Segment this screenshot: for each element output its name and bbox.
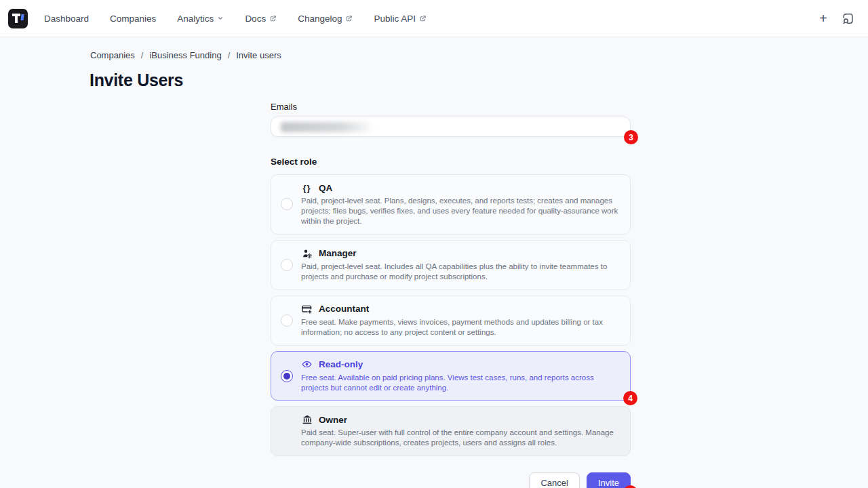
role-content: Manager Paid, project-level seat. Includ… bbox=[301, 248, 620, 282]
invite-button[interactable]: Invite 5 bbox=[587, 472, 631, 488]
nav-item-analytics[interactable]: Analytics bbox=[177, 14, 224, 24]
user-gear-icon bbox=[301, 248, 313, 259]
logo-shape bbox=[21, 14, 24, 20]
breadcrumb: Companies / iBusiness Funding / Invite u… bbox=[90, 50, 281, 60]
page-title: Invite Users bbox=[90, 70, 183, 90]
breadcrumb-separator: / bbox=[228, 50, 231, 60]
nav-item-changelog[interactable]: Changelog bbox=[298, 14, 353, 24]
bank-icon bbox=[301, 414, 313, 425]
invite-form: Emails 3 Select role {} QA Paid, project… bbox=[271, 102, 631, 488]
breadcrumb-company-name[interactable]: iBusiness Funding bbox=[149, 50, 221, 60]
role-option-manager[interactable]: Manager Paid, project-level seat. Includ… bbox=[271, 240, 631, 290]
nav-label: Public API bbox=[374, 14, 416, 24]
annotation-badge: 5 bbox=[623, 485, 637, 488]
role-name: QA bbox=[319, 183, 332, 193]
role-description: Paid, project-level seat. Includes all Q… bbox=[301, 262, 620, 282]
role-content: Read-only Free seat. Available on paid p… bbox=[301, 359, 620, 393]
external-link-icon bbox=[345, 15, 353, 22]
add-icon[interactable]: + bbox=[819, 12, 827, 25]
nav-item-dashboard[interactable]: Dashboard bbox=[44, 14, 89, 24]
credit-card-plus-icon bbox=[301, 304, 313, 314]
role-option-accountant[interactable]: Accountant Free seat. Make payments, vie… bbox=[271, 296, 631, 346]
invite-button-label: Invite bbox=[598, 478, 619, 488]
role-name: Accountant bbox=[319, 304, 369, 314]
breadcrumb-current: Invite users bbox=[236, 50, 281, 60]
role-option-qa[interactable]: {} QA Paid, project-level seat. Plans, d… bbox=[271, 174, 631, 235]
nav-label: Dashboard bbox=[44, 14, 89, 24]
search-document-icon[interactable] bbox=[842, 12, 854, 25]
role-content: Owner Paid seat. Super-user with full co… bbox=[301, 414, 620, 448]
role-content: Accountant Free seat. Make payments, vie… bbox=[301, 304, 620, 338]
role-description: Paid, project-level seat. Plans, designs… bbox=[301, 196, 620, 226]
top-nav: Dashboard Companies Analytics Docs Chang… bbox=[0, 0, 868, 37]
eye-icon bbox=[301, 359, 313, 370]
role-name: Owner bbox=[319, 415, 347, 425]
nav-item-docs[interactable]: Docs bbox=[245, 14, 277, 24]
nav-item-public-api[interactable]: Public API bbox=[374, 14, 427, 24]
role-name: Read-only bbox=[319, 359, 363, 369]
role-content: {} QA Paid, project-level seat. Plans, d… bbox=[301, 182, 620, 226]
role-option-read-only[interactable]: Read-only Free seat. Available on paid p… bbox=[271, 351, 631, 401]
nav-label: Companies bbox=[110, 14, 156, 24]
radio-read-only-selected[interactable] bbox=[281, 370, 293, 382]
external-link-icon bbox=[269, 15, 277, 22]
breadcrumb-separator: / bbox=[141, 50, 144, 60]
annotation-badge: 4 bbox=[623, 391, 637, 405]
role-option-owner[interactable]: Owner Paid seat. Super-user with full co… bbox=[271, 406, 631, 456]
chevron-down-icon bbox=[217, 15, 224, 22]
radio-qa[interactable] bbox=[281, 198, 293, 210]
nav-label: Changelog bbox=[298, 14, 342, 24]
app-logo[interactable] bbox=[8, 9, 28, 28]
emails-input[interactable]: 3 bbox=[271, 117, 631, 137]
radio-manager[interactable] bbox=[281, 259, 293, 271]
select-role-label: Select role bbox=[271, 157, 631, 167]
code-braces-icon: {} bbox=[301, 182, 313, 193]
nav-label: Docs bbox=[245, 14, 266, 24]
nav-item-companies[interactable]: Companies bbox=[110, 14, 156, 24]
role-description: Paid seat. Super-user with full control … bbox=[301, 428, 620, 448]
nav-label: Analytics bbox=[177, 14, 214, 24]
cancel-button[interactable]: Cancel bbox=[529, 472, 579, 488]
annotation-badge: 3 bbox=[624, 130, 638, 144]
header-actions: + bbox=[819, 12, 854, 25]
form-actions: Cancel Invite 5 bbox=[271, 472, 631, 488]
radio-accountant[interactable] bbox=[281, 314, 293, 327]
email-value-redacted bbox=[281, 122, 374, 132]
external-link-icon bbox=[419, 15, 427, 22]
logo-shape bbox=[15, 14, 18, 23]
main-nav: Dashboard Companies Analytics Docs Chang… bbox=[44, 14, 427, 24]
emails-label: Emails bbox=[271, 102, 631, 112]
role-name: Manager bbox=[319, 248, 357, 258]
role-description: Free seat. Available on paid pricing pla… bbox=[301, 373, 620, 393]
breadcrumb-companies[interactable]: Companies bbox=[90, 50, 135, 60]
role-description: Free seat. Make payments, views invoices… bbox=[301, 317, 620, 338]
